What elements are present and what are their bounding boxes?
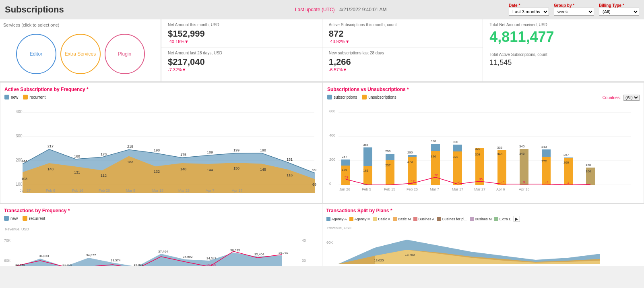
svg-text:390: 390 — [453, 140, 458, 144]
transactions-freq-legend: new recurrent — [4, 216, 318, 221]
svg-text:144: 144 — [207, 168, 213, 172]
countries-control: Countries: (All) — [603, 95, 640, 101]
services-title: Services (click to select one) — [3, 23, 157, 27]
diff-line — [346, 177, 590, 185]
groupby-filter: Group by * week — [554, 3, 594, 16]
svg-text:Mar 28: Mar 28 — [178, 189, 190, 193]
legend-unsubs-dot — [362, 95, 367, 99]
metric-total-net: Total Net Amount received, USD 4,811,477 — [483, 19, 644, 49]
plan-basic-a-dot — [373, 217, 377, 221]
svg-text:60K: 60K — [4, 259, 10, 263]
net-month-label: Net Amount this month, USD — [168, 23, 316, 27]
new-subs-label: New subscriptions last 28 days — [329, 51, 477, 55]
svg-text:-7: -7 — [457, 180, 460, 184]
svg-text:150: 150 — [233, 166, 239, 170]
svg-text:144: 144 — [21, 159, 27, 163]
svg-text:Feb 5: Feb 5 — [362, 187, 371, 191]
plan-agency-m-dot — [349, 217, 353, 221]
groupby-select[interactable]: week — [554, 8, 594, 16]
svg-text:198: 198 — [154, 148, 160, 152]
svg-text:Apr 6: Apr 6 — [496, 187, 505, 191]
date-filter: Date * Last 3 months — [509, 3, 549, 16]
svg-text:199: 199 — [233, 148, 239, 152]
net-28-label: Net Amount last 28 days, USD — [168, 51, 316, 55]
svg-text:340: 340 — [497, 152, 503, 156]
svg-text:Feb 25: Feb 25 — [407, 187, 418, 191]
svg-text:Jan 26: Jan 26 — [339, 187, 350, 191]
svg-text:323: 323 — [475, 147, 481, 151]
tf-new-area — [16, 253, 282, 266]
date-select[interactable]: Last 3 months — [509, 8, 549, 16]
svg-text:299: 299 — [385, 149, 391, 153]
svg-text:Feb 16: Feb 16 — [72, 189, 83, 193]
plan-busines-for-pl-dot — [437, 217, 441, 221]
legend-scroll-btn[interactable]: ▶ — [514, 216, 520, 222]
svg-text:35: 35 — [479, 177, 483, 181]
metric-col-subs: Active Subscriptions this month, count 8… — [322, 19, 483, 81]
plan-extra-e: Extra E — [494, 216, 512, 222]
plan-agency-m: Agency M — [349, 216, 371, 222]
service-editor[interactable]: Editor — [16, 34, 56, 74]
plan-agency-a-label: Agency A — [332, 217, 347, 221]
svg-text:148: 148 — [47, 167, 54, 171]
countries-select[interactable]: (All) — [623, 95, 640, 101]
plan-extra-e-label: Extra E — [500, 217, 512, 221]
plan-agency-a-dot — [326, 217, 330, 221]
legend-recurrent-label: recurrent — [29, 95, 45, 99]
plan-busines-m-dot — [470, 217, 474, 221]
legend-tf-new: new — [4, 216, 18, 221]
net-28-value: $217,040 — [168, 57, 316, 67]
services-circles: Editor Extra Services Plugin — [3, 30, 157, 78]
svg-text:0: 0 — [329, 182, 331, 186]
countries-label: Countries: — [603, 95, 621, 100]
metric-new-subs: New subscriptions last 28 days 1,266 -6.… — [322, 48, 483, 75]
legend-new-dot — [4, 95, 9, 99]
svg-text:333: 333 — [497, 146, 503, 149]
svg-text:247: 247 — [342, 155, 347, 159]
billing-label: Billing Type * — [599, 3, 639, 8]
svg-text:2: 2 — [568, 181, 570, 184]
plan-basic-m-label: Basic M — [398, 217, 411, 221]
legend-tf-rec-dot — [23, 216, 27, 221]
svg-text:38,695: 38,695 — [230, 249, 240, 252]
transactions-plans-panel: Transactions Split by Plans * Agency A A… — [322, 204, 644, 266]
svg-text:Revenue, USD: Revenue, USD — [327, 226, 352, 230]
svg-text:267: 267 — [564, 153, 569, 157]
subs-vs-unsubs-svg: 600 400 200 0 247 189 365 — [327, 101, 633, 198]
update-value: 4/21/2022 9:40:01 AM — [339, 7, 386, 12]
svg-text:6: 6 — [523, 180, 525, 184]
svg-text:-7: -7 — [501, 180, 504, 184]
total-net-value: 4,811,477 — [489, 29, 638, 46]
subs-vs-unsubs-chart: Subscriptions vs Unsubscriptions * subsc… — [323, 82, 644, 203]
service-plugin[interactable]: Plugin — [105, 34, 145, 74]
svg-text:237: 237 — [385, 164, 391, 167]
service-extra[interactable]: Extra Services — [60, 34, 101, 74]
svg-text:189: 189 — [207, 150, 213, 154]
svg-text:326: 326 — [431, 155, 436, 158]
active-month-change: -43.92% — [329, 39, 477, 44]
svg-text:13,025: 13,025 — [374, 259, 384, 262]
billing-select[interactable]: (All) — [599, 8, 639, 16]
svg-text:60K: 60K — [326, 240, 333, 244]
net-28-change: -7.32% — [168, 67, 316, 72]
svg-text:72: 72 — [434, 173, 438, 177]
legend-tf-new-dot — [4, 216, 9, 221]
legend-subs: subscriptions — [327, 95, 357, 99]
active-subs-legend: new recurrent — [4, 95, 318, 99]
total-net-label: Total Net Amount received, USD — [489, 23, 638, 27]
svg-text:37,464: 37,464 — [158, 250, 168, 253]
legend-new-label: new — [11, 95, 18, 99]
svg-text:290: 290 — [407, 151, 413, 154]
plan-basic-m: Basic M — [393, 216, 411, 222]
svg-text:Revenue, USD: Revenue, USD — [5, 227, 29, 231]
legend-tf-rec: recurrent — [23, 216, 45, 221]
svg-text:34,033: 34,033 — [39, 254, 49, 258]
metric-net-month: Net Amount this month, USD $152,999 -40.… — [161, 19, 322, 48]
metric-col-net: Net Amount this month, USD $152,999 -40.… — [161, 19, 322, 81]
new-subs-change: -6.57% — [329, 67, 477, 72]
subs-vs-unsubs-title: Subscriptions vs Unsubscriptions * — [327, 87, 640, 92]
svg-text:Feb 15: Feb 15 — [384, 187, 395, 191]
svg-text:40: 40 — [302, 238, 306, 242]
metric-col-total: Total Net Amount received, USD 4,811,477… — [483, 19, 644, 81]
legend-recurrent-dot — [23, 95, 28, 99]
